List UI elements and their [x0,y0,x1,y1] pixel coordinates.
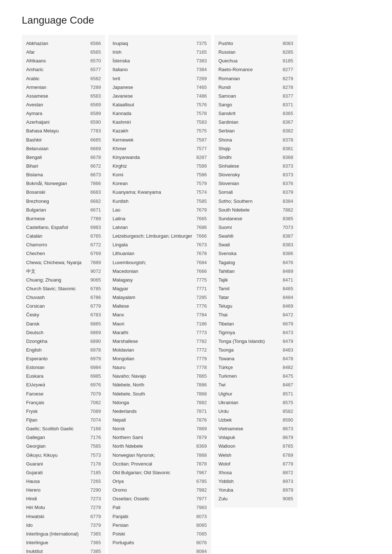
table-row: Luxembourgish;7684 [108,258,211,267]
language-name: Sardinian [219,119,279,126]
language-code: 7784 [192,311,207,319]
language-code: 6985 [86,373,101,380]
language-code: 6769 [86,250,101,257]
language-name: Slovenian [219,180,279,187]
language-name: Swahili [219,233,279,240]
table-row: Deutsch6869 [22,328,105,337]
table-row: Northern Sami7879 [108,433,211,442]
language-name: Georgian [26,443,86,450]
language-code: 7977 [192,495,207,502]
table-row: Romanian8279 [214,74,298,83]
language-name: Quechua [219,57,279,65]
language-name: Latvian [113,224,192,231]
language-code: 8367 [279,119,293,126]
language-code: 7679 [192,206,207,214]
language-code: 8779 [279,460,293,468]
language-name: Afrikaans [26,57,86,65]
language-name: Esperanto [26,355,86,362]
language-code: 7889 [86,259,101,266]
table-row: Tibetan6679 [214,320,298,328]
language-name: Bengali [26,154,86,161]
language-name: Amharic [26,66,86,73]
language-name: Ukrainian [219,399,279,406]
language-code: 8373 [279,163,293,170]
language-name: Nauru [113,364,192,371]
language-name: Samoan [219,93,279,100]
language-code: 7575 [192,127,207,135]
language-code: 7465 [192,84,207,91]
language-code: 7967 [192,469,207,476]
table-row: Yiddish8973 [214,477,298,486]
language-code: 7365 [86,539,101,546]
table-row: Malagasy7775 [108,276,211,284]
table-row: Íslenska7383 [108,57,211,65]
table-row: Suomi7073 [214,223,298,232]
table-row: Serbian8382 [214,127,298,135]
table-row: Burmese7789 [22,214,105,223]
table-row: Catalán6765 [22,232,105,241]
table-row: South Ndebele7882 [214,206,298,214]
language-code: 6569 [86,101,101,108]
language-name: Macedonian [113,268,192,275]
table-row: Church Slavic; Slavonic6785 [22,284,105,293]
table-row: English6978 [22,346,105,354]
language-code: 7665 [192,215,207,222]
language-code: 7289 [86,84,101,91]
language-code: 8385 [279,215,293,222]
table-row: Türkçe8482 [214,363,298,372]
table-row: Hausa7265 [22,477,105,486]
language-code: 6978 [86,346,101,354]
language-code: 8073 [192,513,207,520]
language-code: 8465 [279,285,293,292]
table-row: Fijian7074 [22,416,105,424]
language-code: 7871 [192,408,207,415]
language-code: 7666 [192,233,207,240]
table-row: Tajik8471 [214,276,298,284]
table-row: Magyar7771 [108,284,211,293]
table-row: Ukrainian8575 [214,398,298,407]
language-code: 7285 [192,294,207,301]
language-name: Panjabi [113,513,192,520]
table-row: Estonian6984 [22,363,105,372]
language-code: 7385 [86,548,101,554]
table-row: Nederlands7871 [108,407,211,416]
table-row: Raeto-Romance8277 [214,65,298,74]
table-row: Sundanese8385 [214,214,298,223]
language-code: 7666 [192,268,207,275]
table-row: Sanskrit8365 [214,109,298,118]
language-name: Oriya [113,478,192,485]
language-name: Zulu [219,495,279,502]
table-row: Tamil8465 [214,284,298,293]
table-row: Ossetian; Ossetic7977 [108,495,211,503]
language-code: 8371 [279,101,293,108]
language-name: Svenska [219,250,279,257]
language-code: 7178 [86,460,101,468]
language-name: Volapuk [219,434,279,441]
language-name: Guarani [26,460,86,468]
page-title: Language Code [22,15,370,26]
table-row: Gikuyu; Kikuyu7573 [22,451,105,460]
language-code: 7673 [192,241,207,249]
language-name: Kazakh [113,127,192,135]
language-name: Kinyarwanda [113,154,192,161]
language-code: 6683 [86,189,101,196]
language-code: 7079 [86,390,101,398]
table-row: Bihari6672 [22,162,105,171]
table-row: Armenian7289 [22,83,105,92]
language-code: 7776 [192,303,207,310]
table-row: Ελληνικά6976 [22,381,105,389]
language-code: 8673 [279,425,293,432]
language-name: Dansk [26,320,86,328]
language-code: 8487 [279,381,293,389]
language-name: Occitan; Provencal [113,460,192,468]
language-name: Ivrit [113,75,192,82]
table-row: Marshallese7782 [108,337,211,346]
language-name: Old Bulgarian; Old Slavonic [113,469,192,476]
language-name: Italiano [113,66,192,73]
language-code: 7866 [86,180,101,187]
language-name: Pushto [219,40,279,47]
language-code: 7868 [192,452,207,459]
language-code: 8472 [279,311,293,319]
language-name: Marshallese [113,338,192,345]
language-code: 7168 [86,425,101,432]
